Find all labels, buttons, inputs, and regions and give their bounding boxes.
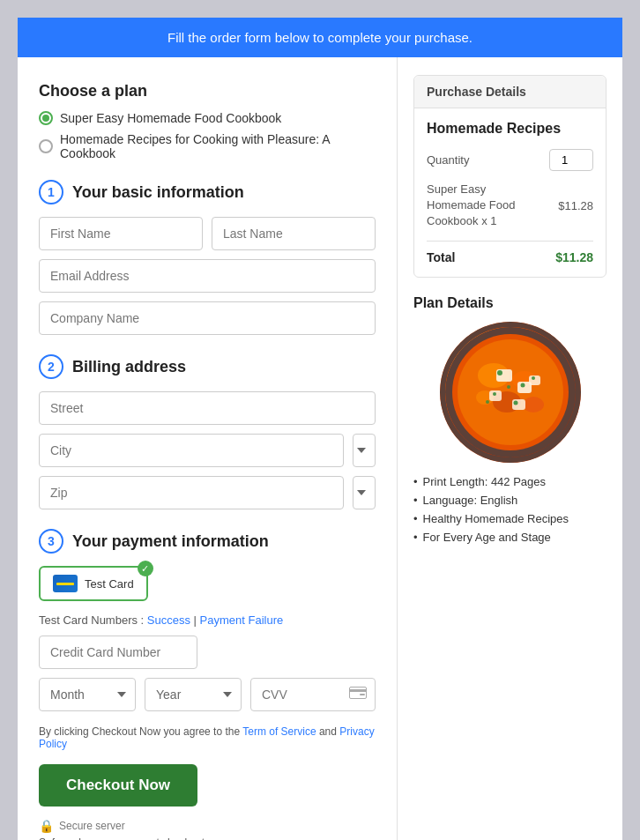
svg-point-16: [497, 370, 502, 375]
item-price: $11.28: [558, 199, 593, 212]
feature-item-4: For Every Age and Stage: [413, 531, 607, 544]
plan-option-2[interactable]: Homemade Recipes for Cooking with Pleasu…: [39, 132, 376, 160]
check-badge-icon: ✓: [138, 561, 153, 576]
svg-rect-13: [489, 390, 502, 401]
street-row: [39, 391, 376, 425]
step1-label: Your basic information: [72, 183, 244, 202]
country-select[interactable]: Country: [353, 434, 376, 467]
plan-details-section: Plan Details: [413, 295, 607, 544]
test-card-info: Test Card Numbers : Success | Payment Fa…: [39, 613, 376, 627]
product-name: Homemade Recipes: [427, 121, 593, 137]
country-select-wrapper: Country: [353, 434, 376, 467]
zip-input[interactable]: [39, 476, 344, 509]
right-panel: Purchase Details Homemade Recipes Quanti…: [398, 57, 622, 840]
company-input[interactable]: [39, 301, 376, 335]
total-row: Total $11.28: [427, 241, 593, 264]
safe-text: Safe and secure payment checkout.: [39, 836, 376, 840]
cvv-wrapper: [250, 678, 376, 711]
tos-link[interactable]: Term of Service: [242, 725, 316, 738]
state-select-wrapper: -: [353, 476, 376, 509]
step1-header: 1 Your basic information: [39, 180, 376, 204]
cc-number-row: [39, 636, 376, 669]
name-row: [39, 217, 376, 250]
card-icon: [53, 575, 78, 592]
quantity-input[interactable]: [549, 149, 593, 171]
step2-label: Billing address: [72, 358, 186, 376]
svg-rect-1: [349, 689, 367, 692]
zip-state-row: -: [39, 476, 376, 509]
expiry-cvv-row: Month Year: [39, 678, 376, 711]
banner-text: Fill the order form below to complete yo…: [167, 30, 473, 45]
svg-point-17: [520, 383, 525, 387]
food-image-inner: [440, 322, 581, 463]
radio-checked-icon: [39, 111, 53, 125]
plan-option-1[interactable]: Super Easy Homemade Food Cookbook: [39, 111, 376, 125]
payment-card-wrapper[interactable]: Test Card ✓: [39, 566, 148, 601]
payment-failure-link[interactable]: Payment Failure: [200, 613, 284, 627]
feature-item-3: Healthy Homemade Recipes: [413, 512, 607, 525]
svg-point-20: [532, 376, 535, 380]
svg-rect-15: [529, 375, 540, 385]
lock-icon: 🔒: [39, 819, 54, 833]
month-select[interactable]: Month: [39, 678, 136, 711]
secure-info: 🔒 Secure server: [39, 819, 376, 833]
cc-number-input[interactable]: [39, 636, 197, 669]
step2-header: 2 Billing address: [39, 354, 376, 379]
success-link[interactable]: Success: [147, 613, 190, 627]
svg-point-18: [493, 392, 496, 396]
svg-point-19: [513, 400, 517, 405]
svg-rect-2: [360, 694, 365, 695]
svg-point-22: [486, 400, 489, 404]
feature-item-1: Print Length: 442 Pages: [413, 475, 607, 488]
food-image: [440, 322, 581, 463]
svg-rect-0: [350, 688, 367, 699]
radio-unchecked-icon: [39, 139, 53, 153]
total-price: $11.28: [555, 250, 593, 264]
step3-header: 3 Your payment information: [39, 529, 376, 554]
plan-details-title: Plan Details: [413, 295, 607, 311]
svg-point-10: [523, 397, 544, 413]
total-label: Total: [427, 250, 455, 264]
choose-plan-title: Choose a plan: [39, 82, 376, 100]
svg-rect-14: [512, 399, 525, 410]
purchase-details-box: Purchase Details Homemade Recipes Quanti…: [413, 75, 607, 278]
step3-circle: 3: [39, 529, 63, 554]
cvv-card-icon: [349, 687, 367, 702]
city-input[interactable]: [39, 434, 344, 467]
year-select-wrapper: Year: [145, 678, 242, 711]
checkout-button[interactable]: Checkout Now: [39, 764, 197, 807]
month-select-wrapper: Month: [39, 678, 136, 711]
choose-plan-section: Choose a plan Super Easy Homemade Food C…: [39, 82, 376, 160]
purchase-details-title: Purchase Details: [414, 76, 606, 108]
left-panel: Choose a plan Super Easy Homemade Food C…: [18, 57, 398, 840]
step2-circle: 2: [39, 354, 63, 379]
item-price-row: Super Easy Homemade Food Cookbook x 1 $1…: [427, 182, 593, 230]
company-row: [39, 301, 376, 335]
terms-text: By clicking Checkout Now you agree to th…: [39, 725, 376, 750]
test-card-label: Test Card: [85, 577, 134, 591]
page-wrapper: Fill the order form below to complete yo…: [18, 18, 622, 840]
svg-point-21: [507, 385, 510, 389]
first-name-input[interactable]: [39, 217, 203, 250]
feature-item-2: Language: English: [413, 494, 607, 507]
state-select[interactable]: -: [353, 476, 376, 509]
item-label: Super Easy Homemade Food Cookbook x 1: [427, 182, 541, 230]
email-row: [39, 259, 376, 293]
quantity-label: Quantity: [427, 153, 469, 167]
step3-label: Your payment information: [72, 532, 269, 551]
plan-option-1-label: Super Easy Homemade Food Cookbook: [60, 111, 281, 125]
city-country-row: Country: [39, 434, 376, 467]
plan-features-list: Print Length: 442 Pages Language: Englis…: [413, 475, 607, 544]
top-banner: Fill the order form below to complete yo…: [18, 18, 622, 57]
main-content: Choose a plan Super Easy Homemade Food C…: [18, 57, 622, 840]
secure-label: Secure server: [59, 820, 125, 832]
step1-circle: 1: [39, 180, 63, 204]
last-name-input[interactable]: [212, 217, 376, 250]
plan-option-2-label: Homemade Recipes for Cooking with Pleasu…: [60, 132, 376, 160]
street-input[interactable]: [39, 391, 376, 425]
year-select[interactable]: Year: [145, 678, 242, 711]
email-input[interactable]: [39, 259, 376, 293]
quantity-row: Quantity: [427, 149, 593, 171]
